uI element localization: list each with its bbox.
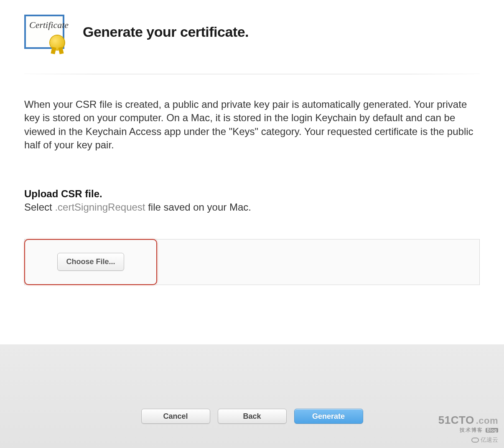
watermark-line2: 技术博客 Blog [438,427,498,434]
footer-bar: Cancel Back Generate 51CTO.com 技术博客 Blog… [0,344,504,448]
watermark-line3: 亿速云 [438,436,498,444]
upload-highlight-box: Choose File... [24,239,157,285]
page-root: Certificate Generate your certificate. W… [0,0,504,448]
watermark: 51CTO.com 技术博客 Blog 亿速云 [438,414,498,444]
watermark-line3-text: 亿速云 [481,436,498,444]
description-text: When your CSR file is created, a public … [24,98,480,152]
watermark-line1: 51CTO.com [438,414,498,427]
certificate-seal-icon [50,36,64,50]
back-button[interactable]: Back [218,409,287,424]
header-row: Certificate Generate your certificate. [24,15,480,49]
upload-filetype: .certSigningRequest [55,201,145,213]
footer-button-row: Cancel Back Generate [141,409,363,424]
watermark-line1b: .com [476,415,498,426]
page-title: Generate your certificate. [83,24,249,40]
generate-button[interactable]: Generate [294,409,363,424]
watermark-line1a: 51CTO [438,414,474,427]
upload-subtext-suffix: file saved on your Mac. [145,201,251,213]
cloud-icon [471,438,479,443]
upload-heading: Upload CSR file. [24,188,480,200]
certificate-icon-label: Certificate [26,16,72,34]
watermark-line2a: 技术博客 [460,427,483,434]
upload-subtext-prefix: Select [24,201,55,213]
content-area: Certificate Generate your certificate. W… [0,0,504,344]
header-divider [24,74,480,74]
choose-file-button[interactable]: Choose File... [57,253,124,271]
cancel-button[interactable]: Cancel [141,409,210,424]
upload-subtext: Select .certSigningRequest file saved on… [24,201,480,213]
watermark-line2b: Blog [486,428,498,433]
upload-bar: Choose File... [24,239,480,285]
certificate-icon: Certificate [24,15,64,49]
